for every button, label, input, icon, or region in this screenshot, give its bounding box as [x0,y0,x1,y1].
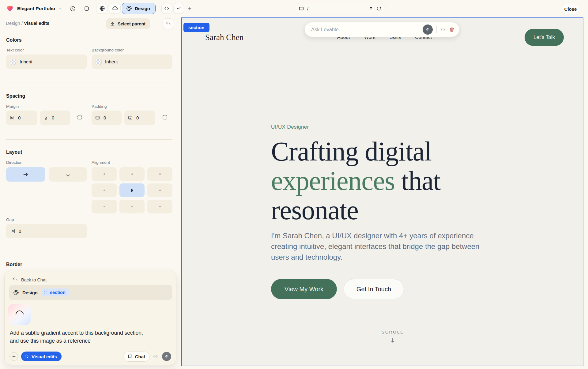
project-selector[interactable]: Elegant Portfolio [17,0,62,17]
background-color-label: Background color [92,48,124,52]
margin-y-input[interactable]: 0 [40,111,70,125]
ask-lovable-bar [305,22,459,37]
divider [6,82,172,82]
hero-eyebrow: UI/UX Designer [271,124,493,130]
layout-heading: Layout [6,149,22,155]
add-tab-icon[interactable] [187,0,192,17]
select-parent-icon [110,21,115,26]
trash-icon[interactable] [449,27,454,32]
border-heading: Border [6,262,22,267]
panel-toggle-icon[interactable] [84,0,89,17]
align-top-left[interactable] [92,167,117,181]
prompt-text[interactable]: Add a subtle gradient accent to this bac… [10,329,146,345]
breadcrumb: Design / Visual edits [6,21,49,26]
align-middle-center[interactable] [119,183,145,197]
back-to-chat-button[interactable]: Back to Chat [13,277,47,282]
gap-icon [10,228,15,234]
direction-row-button[interactable] [6,167,45,182]
ask-lovable-input[interactable] [311,27,419,32]
context-tool-label: Design [22,290,38,295]
divider [6,250,172,250]
divider [436,26,437,33]
margin-x-input[interactable]: 0 [6,111,37,125]
view-my-work-button[interactable]: View My Work [271,279,337,299]
line-chart-icon [176,6,181,11]
visual-edits-icon [24,354,29,359]
alignment-label: Alignment [92,160,110,165]
chat-mode-button[interactable]: Chat [123,352,150,362]
edit-context-row: Design section [9,285,172,300]
open-external-icon[interactable] [368,6,373,11]
colors-heading: Colors [6,37,22,43]
lovable-logo-icon[interactable] [6,4,14,13]
site-preview-frame: section Sarah Chen About Work Skills Con… [181,17,583,366]
code-icon[interactable] [440,27,446,32]
align-middle-right[interactable] [147,183,172,197]
padding-vertical-icon [128,115,133,120]
padding-link-sides-icon[interactable] [162,114,168,120]
scroll-label: SCROLL [382,330,404,334]
ask-send-button[interactable] [423,24,433,35]
align-middle-left[interactable] [92,183,117,197]
margin-vertical-icon [43,115,48,120]
project-name: Elegant Portfolio [17,6,55,11]
direction-column-button[interactable] [49,167,87,182]
transparency-swatch-icon [96,59,102,65]
hero-heading-accent: experiences [271,166,395,196]
attachment-thumbnail[interactable] [8,304,31,325]
publish-globe-button[interactable] [96,3,108,14]
chat-composer-card: Back to Chat Design section Add a subtle… [4,271,176,365]
lets-talk-button[interactable]: Let's Talk [525,29,564,46]
context-target-chip[interactable]: section [41,288,69,296]
palette-icon [13,290,19,296]
undo-button[interactable] [163,18,174,29]
voice-waveform-icon[interactable] [153,353,159,360]
margin-label: Margin [6,104,19,109]
selection-box-icon [43,290,48,295]
design-mode-button[interactable]: Design [122,3,156,14]
scroll-indicator: SCROLL [382,330,404,344]
send-button[interactable] [162,352,171,361]
breadcrumb-root[interactable]: Design [6,21,20,26]
padding-y-input[interactable]: 0 [124,111,155,125]
site-logo[interactable]: Sarah Chen [205,33,243,42]
visual-edits-mode-button[interactable]: Visual edits [21,352,62,361]
padding-x-input[interactable]: 0 [92,111,122,125]
align-top-right[interactable] [147,167,172,181]
align-bottom-center[interactable] [119,200,145,213]
select-parent-button[interactable]: Select parent [106,18,150,29]
close-button[interactable]: Close [562,4,579,14]
attach-button[interactable] [9,352,18,361]
alignment-grid [92,167,172,213]
back-icon [13,277,18,282]
align-bottom-right[interactable] [147,200,172,213]
background-color-input[interactable]: Inherit [92,55,172,69]
design-tab-label: Design [135,6,150,11]
arrow-down-icon [65,171,71,178]
composer-toolbar: Visual edits Chat [9,351,171,362]
hero-buttons: View My Work Get In Touch [271,279,493,299]
preview-url-bar[interactable]: / [294,3,386,14]
selected-element-badge[interactable]: section [183,23,209,32]
loading-spinner-icon [14,309,25,320]
transparency-swatch-icon [10,59,16,65]
cloud-button[interactable] [109,3,121,14]
spacing-heading: Spacing [6,93,25,99]
gap-input[interactable]: 0 [6,224,87,238]
refresh-icon[interactable] [376,6,381,11]
plus-icon [12,354,16,359]
globe-icon [99,6,105,11]
analytics-button[interactable] [173,3,184,14]
text-color-label: Text color [6,48,24,52]
hero-heading: Crafting digitalexperiences thatresonate [271,137,493,225]
history-icon[interactable] [70,0,76,17]
align-bottom-left[interactable] [92,200,117,213]
hero-section: UI/UX Designer Crafting digitalexperienc… [271,124,493,299]
text-color-input[interactable]: Inherit [6,55,87,69]
margin-link-sides-icon[interactable] [77,114,83,120]
code-view-button[interactable] [161,3,172,14]
hero-paragraph: I'm Sarah Chen, a UI/UX designer with 4+… [271,230,491,262]
get-in-touch-button[interactable]: Get In Touch [344,279,404,299]
align-top-center[interactable] [119,167,145,181]
device-icon [299,6,304,11]
